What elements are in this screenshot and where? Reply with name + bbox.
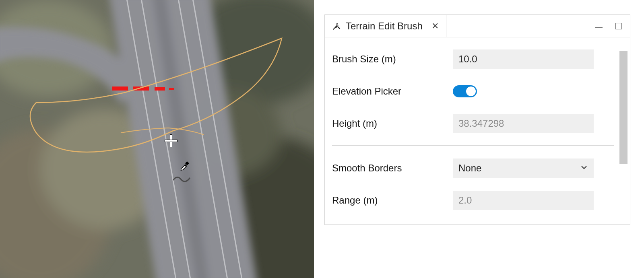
tools-icon <box>332 22 341 31</box>
section-divider <box>332 145 614 146</box>
height-input[interactable] <box>453 114 594 133</box>
terrain-edit-brush-panel: Terrain Edit Brush ✕ Brush Size (m) <box>324 14 630 225</box>
chevron-down-icon <box>580 163 588 174</box>
smooth-borders-value: None <box>458 163 481 174</box>
panel-tab-terrain-edit-brush[interactable]: Terrain Edit Brush ✕ <box>325 15 446 37</box>
window-buttons <box>587 15 630 37</box>
close-tab-icon[interactable]: ✕ <box>431 21 439 31</box>
svg-rect-16 <box>169 88 174 90</box>
svg-rect-13 <box>112 86 128 91</box>
panel-scrollbar[interactable] <box>619 51 627 216</box>
terrain-canvas <box>0 0 314 278</box>
brush-size-input[interactable] <box>453 49 594 69</box>
height-label: Height (m) <box>332 118 453 129</box>
terrain-viewport[interactable] <box>0 0 314 278</box>
panel-title: Terrain Edit Brush <box>346 21 423 32</box>
right-pane: Terrain Edit Brush ✕ Brush Size (m) <box>314 0 644 278</box>
panel-titlebar: Terrain Edit Brush ✕ <box>325 15 630 37</box>
scrollbar-thumb[interactable] <box>619 51 627 164</box>
maximize-button[interactable] <box>615 23 622 29</box>
range-label: Range (m) <box>332 195 453 206</box>
elevation-picker-label: Elevation Picker <box>332 86 453 97</box>
elevation-picker-toggle[interactable] <box>453 85 477 97</box>
panel-body: Brush Size (m) Elevation Picker Height (… <box>325 37 630 224</box>
smooth-borders-select[interactable]: None <box>453 159 594 178</box>
minimize-button[interactable] <box>595 27 603 28</box>
brush-size-label: Brush Size (m) <box>332 54 453 65</box>
range-input[interactable] <box>453 191 594 210</box>
svg-rect-15 <box>155 87 165 91</box>
smooth-borders-label: Smooth Borders <box>332 163 453 174</box>
